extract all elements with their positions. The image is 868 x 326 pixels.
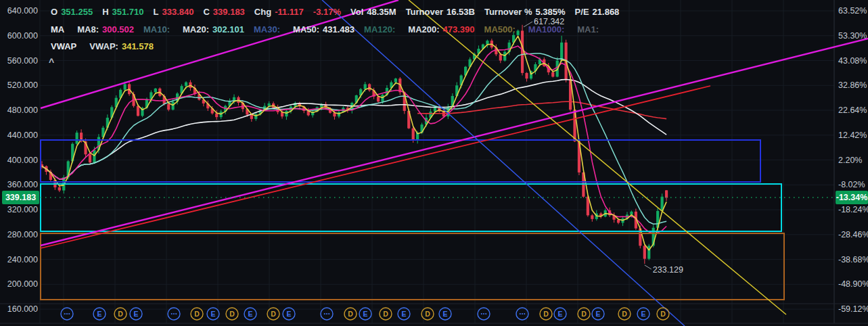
event-E-icon[interactable]: E	[554, 308, 566, 320]
ohlc-item-label-9: P/E	[575, 7, 589, 18]
svg-text:D: D	[271, 310, 276, 318]
event-E-icon[interactable]: E	[439, 308, 451, 320]
ma-item-label-0: MA	[51, 24, 64, 35]
ohlc-item-value-5: -3.17%	[313, 7, 341, 18]
ma-item-6[interactable]: MA120:	[364, 24, 398, 35]
price-axis-label: 560.000	[1, 56, 38, 66]
ohlc-item-5: -3.17%	[313, 7, 341, 18]
svg-text:D: D	[383, 310, 388, 318]
event-E-icon[interactable]: E	[130, 308, 142, 320]
ohlc-item-label-8: Turnover %	[484, 7, 532, 18]
trendline-4-yellow[interactable]	[409, 0, 786, 315]
ohlc-item-value-8: 5.385%	[536, 7, 566, 18]
percent-axis-label: 53.30%	[838, 31, 867, 41]
price-axis-label: 320.000	[1, 205, 38, 214]
percent-axis-label: 22.64%	[838, 106, 867, 115]
ma-item-5[interactable]: MA50:431.483	[293, 24, 355, 35]
trading-chart-panel: 617.342233.129EDEDEDEDEDEDEDEDEDEDED O35…	[0, 0, 868, 326]
price-axis-label: 520.000	[1, 80, 38, 90]
ohlc-item-label-1: H	[102, 7, 108, 18]
event-D-icon[interactable]: D	[344, 308, 357, 320]
event-E-icon[interactable]: E	[93, 308, 106, 320]
vwap-line	[42, 36, 666, 250]
percent-axis-label: 63.52%	[838, 6, 867, 16]
event-E-icon[interactable]: E	[637, 308, 649, 320]
ma-item-label-6: MA120:	[364, 24, 395, 35]
ma-item-8[interactable]: MA500:	[484, 24, 519, 35]
annotation-low: 233.129	[645, 265, 683, 275]
percent-axis-label: -28.46%	[838, 230, 868, 239]
event-E-icon[interactable]: E	[207, 308, 219, 320]
ohlc-item-label-2: L	[154, 7, 159, 18]
ohlc-item-value-2: 333.840	[162, 7, 193, 18]
ma-legend-row[interactable]: MAMA8:300.502MA10:MA20:302.101MA30:MA50:…	[51, 24, 602, 35]
ohlc-item-9: P/E21.868	[575, 7, 620, 18]
vwap-legend-row[interactable]: VWAPVWAP:341.578	[51, 41, 154, 52]
ohlc-item-value-3: 339.183	[213, 7, 245, 18]
event-E-icon[interactable]: E	[398, 308, 410, 320]
ma-item-label-7: MA200:	[408, 24, 439, 35]
price-axis-label: 400.000	[1, 156, 38, 165]
ma-item-label-5: MA50:	[293, 24, 319, 35]
ohlc-item-label-3: C	[203, 7, 209, 18]
ohlc-item-value-0: 351.255	[61, 7, 93, 18]
ohlc-item-0: O351.255	[51, 7, 93, 18]
vwap-item-1[interactable]: VWAP:341.578	[89, 41, 154, 52]
percent-axis-label: -48.90%	[838, 279, 868, 289]
svg-text:E: E	[641, 310, 645, 318]
ma-item-4[interactable]: MA30:	[254, 24, 283, 35]
percent-axis-label: -8.02%	[838, 180, 865, 189]
svg-text:D: D	[194, 310, 200, 318]
ma-item-10[interactable]: MA1:	[577, 24, 602, 35]
svg-text:E: E	[442, 310, 447, 318]
ma-item-label-4: MA30:	[254, 24, 280, 35]
ma-item-value-3: 302.101	[212, 24, 244, 35]
event-D-icon[interactable]: D	[618, 308, 631, 320]
percent-axis-label: -38.68%	[838, 255, 868, 264]
ma-item-0[interactable]: MA	[51, 24, 68, 35]
svg-text:D: D	[118, 310, 123, 318]
event-E-icon[interactable]: E	[359, 308, 371, 320]
drawing-box-cyan[interactable]	[41, 184, 781, 231]
percent-axis-label: 2.20%	[838, 156, 862, 165]
more-events-icon[interactable]	[168, 308, 180, 320]
percent-axis-label: 43.08%	[838, 56, 867, 66]
ma-item-9[interactable]: MA1000:	[528, 24, 568, 35]
trendline-1-magenta[interactable]	[41, 39, 868, 246]
price-axis-label: 360.000	[1, 180, 38, 189]
event-D-icon[interactable]: D	[380, 308, 392, 320]
ma-item-2[interactable]: MA10:	[143, 24, 173, 35]
ma-item-value-5: 431.483	[323, 24, 355, 35]
ohlc-item-label-4: Chg	[254, 7, 271, 18]
ohlc-item-3: C339.183	[203, 7, 244, 18]
collapse-legend-caret[interactable]: ^	[49, 57, 54, 68]
vwap-item-0[interactable]: VWAP	[51, 41, 80, 52]
ma-item-value-7: 473.390	[443, 24, 475, 35]
ma-item-1[interactable]: MA8:300.502	[77, 24, 134, 35]
vwap-item-label-0: VWAP	[51, 41, 76, 52]
ma-item-value-1: 300.502	[102, 24, 134, 35]
event-D-icon[interactable]: D	[114, 308, 127, 320]
event-D-icon[interactable]: D	[657, 308, 669, 320]
more-events-icon[interactable]	[321, 308, 333, 320]
event-E-icon[interactable]: E	[592, 308, 604, 320]
event-D-icon[interactable]: D	[226, 308, 238, 320]
trendline-3-blue[interactable]	[322, 0, 685, 326]
ma-item-7[interactable]: MA200:473.390	[408, 24, 474, 35]
event-D-icon[interactable]: D	[578, 308, 590, 320]
more-events-icon[interactable]	[61, 308, 73, 320]
more-events-icon[interactable]	[478, 308, 490, 320]
ma-item-label-9: MA1000:	[528, 24, 564, 35]
event-D-icon[interactable]: D	[540, 308, 552, 320]
percent-axis-label: 32.86%	[838, 80, 867, 90]
event-D-icon[interactable]: D	[191, 308, 203, 320]
price-axis-label: 640.000	[1, 6, 38, 16]
ma-item-label-2: MA10:	[143, 24, 170, 35]
ma-item-3[interactable]: MA20:302.101	[183, 24, 244, 35]
event-E-icon[interactable]: E	[244, 308, 256, 320]
event-E-icon[interactable]: E	[283, 308, 295, 320]
ma-item-label-1: MA8:	[77, 24, 99, 35]
ohlc-item-label-6: Vol	[350, 7, 363, 18]
ma-item-label-8: MA500:	[484, 24, 516, 35]
ohlc-item-value-9: 21.868	[593, 7, 620, 18]
